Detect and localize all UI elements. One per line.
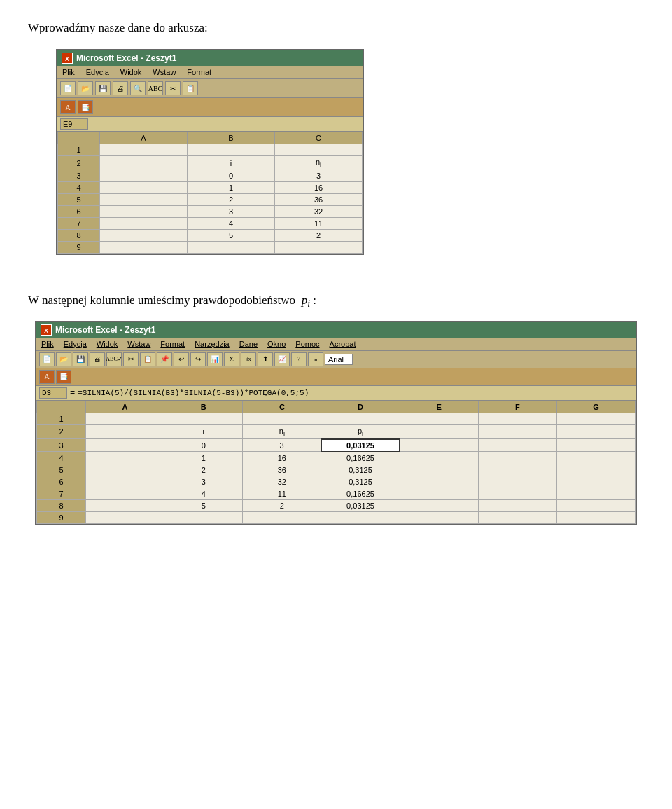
cell-4-A (100, 182, 188, 194)
tb2-fx[interactable]: fx (241, 352, 256, 366)
g2-7-C: 11 (243, 488, 321, 499)
cell-8-B: 5 (188, 230, 275, 242)
row-header: 9 (37, 511, 86, 523)
tb2-spell[interactable]: ABC✓ (106, 352, 122, 366)
col-E2-header: E (400, 401, 478, 413)
table-row: 9 (58, 242, 363, 254)
col-D2-header: D (321, 401, 400, 413)
tb2-copy[interactable]: 📋 (140, 352, 155, 366)
g2-5-D: 0,3125 (321, 464, 400, 476)
g2-8-G (556, 499, 635, 511)
row-header: 7 (37, 488, 86, 499)
tb-btn-a[interactable]: A (60, 100, 76, 114)
menu-edycja-2[interactable]: Edycja (62, 339, 89, 349)
g2-1-D (321, 413, 400, 424)
cell-2-B: i (188, 156, 275, 170)
menu-widok-2[interactable]: Widok (94, 339, 120, 349)
table-row: 6 3 32 (58, 206, 363, 218)
tb2-print[interactable]: 🖨 (90, 352, 105, 366)
menu-pomoc[interactable]: Pomoc (293, 339, 321, 349)
col-A2-header: A (86, 401, 164, 413)
menu-wstaw-2[interactable]: Wstaw (125, 339, 153, 349)
menu-edycja-1[interactable]: Edycja (84, 67, 111, 77)
tb2b-btn1[interactable]: A (39, 370, 55, 384)
row-header: 7 (58, 218, 100, 230)
g2-8-D: 0,03125 (321, 499, 400, 511)
menubar-1[interactable]: Plik Edycja Widok Wstaw Format (57, 66, 363, 78)
g2-1-A (86, 413, 164, 424)
cell-6-A (100, 206, 188, 218)
tb2-new[interactable]: 📄 (39, 352, 55, 366)
tb2-sort[interactable]: ⬆ (258, 352, 273, 366)
tb2-save[interactable]: 💾 (73, 352, 88, 366)
tb-open[interactable]: 📂 (78, 81, 93, 95)
tb2-chart[interactable]: 📊 (207, 352, 223, 366)
tb2-graph[interactable]: 📈 (274, 352, 290, 366)
tb2-paste[interactable]: 📌 (157, 352, 172, 366)
tb2-open[interactable]: 📂 (56, 352, 71, 366)
tb2-redo[interactable]: ↪ (190, 352, 206, 366)
g2-5-B: 2 (164, 464, 243, 476)
tb2-cut[interactable]: ✂ (123, 352, 139, 366)
g2-9-G (556, 511, 635, 523)
g2-8-C: 2 (243, 499, 321, 511)
menu-format-2[interactable]: Format (158, 339, 187, 349)
tb-copy[interactable]: 📋 (183, 81, 198, 95)
tb-btn-b[interactable]: 📑 (78, 100, 93, 114)
excel-icon-1: X (62, 53, 73, 64)
corner-header-2 (37, 401, 86, 413)
cell-6-C: 32 (275, 206, 363, 218)
cell-8-A (100, 230, 188, 242)
tb2-sigma[interactable]: Σ (224, 352, 239, 366)
g2-4-B: 1 (164, 452, 243, 464)
menu-okno[interactable]: Okno (265, 339, 288, 349)
table-row: 3 0 3 0,03125 (37, 439, 636, 452)
g2-6-A (86, 476, 164, 488)
tb2-undo[interactable]: ↩ (174, 352, 189, 366)
menu-dane[interactable]: Dane (237, 339, 260, 349)
tb-print[interactable]: 🖨 (113, 81, 128, 95)
titlebar-2: X Microsoft Excel - Zeszyt1 (36, 322, 636, 338)
g2-5-F (478, 464, 556, 476)
tb2-font[interactable]: Arial (325, 354, 353, 365)
title-1: Microsoft Excel - Zeszyt1 (76, 53, 176, 63)
g2-5-E (400, 464, 478, 476)
g2-6-E (400, 476, 478, 488)
table-row: 7 4 11 0,16625 (37, 488, 636, 499)
tb2-more[interactable]: » (308, 352, 323, 366)
row-header: 3 (58, 170, 100, 182)
row-header: 6 (37, 476, 86, 488)
menu-widok-1[interactable]: Widok (118, 67, 144, 77)
tb2b-btn2[interactable]: 📑 (56, 370, 71, 384)
menu-format-1[interactable]: Format (185, 67, 214, 77)
p-subscript: i (307, 298, 310, 310)
cell-5-B: 2 (188, 194, 275, 206)
tb-preview[interactable]: 🔍 (130, 81, 146, 95)
menu-acrobat[interactable]: Acrobat (328, 339, 358, 349)
g2-9-D (321, 511, 400, 523)
table-row: 2 i ni pi (37, 424, 636, 439)
g2-8-F (478, 499, 556, 511)
tb-new[interactable]: 📄 (60, 81, 76, 95)
row-header: 1 (37, 413, 86, 424)
col-B2-header: B (164, 401, 243, 413)
cell-7-A (100, 218, 188, 230)
g2-3-A (86, 439, 164, 452)
tb-save[interactable]: 💾 (95, 81, 111, 95)
menu-plik-1[interactable]: Plik (60, 67, 77, 77)
menu-narzedzia[interactable]: Narzędzia (192, 339, 232, 349)
g2-7-D: 0,16625 (321, 488, 400, 499)
table-row: 5 2 36 0,3125 (37, 464, 636, 476)
table-row: 8 5 2 (58, 230, 363, 242)
p-variable: pi (302, 293, 310, 307)
g2-1-C (243, 413, 321, 424)
menu-wstaw-1[interactable]: Wstaw (150, 67, 178, 77)
tb2-help[interactable]: ? (291, 352, 307, 366)
tb-cut[interactable]: ✂ (165, 81, 181, 95)
g2-1-F (478, 413, 556, 424)
tb-spell[interactable]: ABC (148, 81, 163, 95)
menubar-2[interactable]: Plik Edycja Widok Wstaw Format Narzędzia… (36, 338, 636, 350)
cell-9-C (275, 242, 363, 254)
g2-3-G (556, 439, 635, 452)
menu-plik-2[interactable]: Plik (39, 339, 56, 349)
